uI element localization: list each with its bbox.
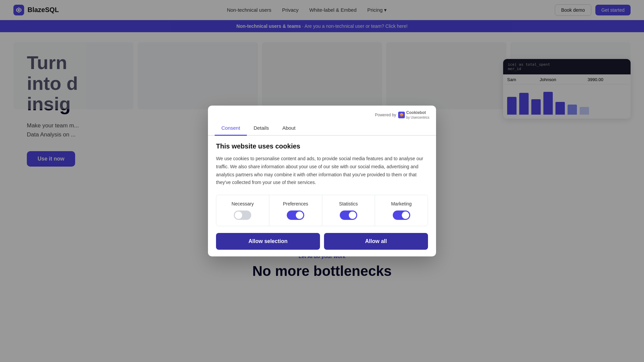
- cookiebot-name: Cookiebotby Usercentrics: [406, 110, 429, 120]
- toggle-marketing: Marketing: [375, 195, 428, 226]
- cookie-description: We use cookies to personalise content an…: [216, 155, 428, 187]
- toggle-preferences-slider: [287, 210, 304, 220]
- toggle-statistics-switch[interactable]: [340, 210, 357, 220]
- toggle-marketing-label: Marketing: [391, 201, 412, 206]
- cookie-actions: Allow selection Allow all: [216, 233, 428, 250]
- toggle-statistics-label: Statistics: [339, 201, 358, 206]
- allow-all-button[interactable]: Allow all: [324, 233, 428, 250]
- toggle-preferences-switch[interactable]: [287, 210, 304, 220]
- toggle-necessary-switch[interactable]: [234, 210, 251, 220]
- cookie-brand-header: Powered by 🍪 Cookiebotby Usercentrics: [208, 106, 436, 121]
- toggle-necessary-slider: [234, 210, 251, 220]
- toggle-statistics: Statistics: [322, 195, 375, 226]
- tab-details[interactable]: Details: [247, 121, 276, 136]
- toggle-necessary: Necessary: [216, 195, 269, 226]
- toggle-marketing-slider: [393, 210, 410, 220]
- cookiebot-logo[interactable]: 🍪 Cookiebotby Usercentrics: [398, 110, 429, 120]
- cookie-modal: Powered by 🍪 Cookiebotby Usercentrics Co…: [208, 106, 436, 256]
- toggle-necessary-label: Necessary: [231, 201, 254, 206]
- tab-consent[interactable]: Consent: [215, 121, 247, 136]
- allow-selection-button[interactable]: Allow selection: [216, 233, 320, 250]
- toggle-preferences-label: Preferences: [283, 201, 308, 206]
- toggle-marketing-switch[interactable]: [393, 210, 410, 220]
- cookie-toggles: Necessary Preferences Statistics: [216, 195, 428, 226]
- toggle-preferences: Preferences: [269, 195, 322, 226]
- cookie-tabs: Consent Details About: [208, 121, 436, 136]
- cookie-title: This website uses cookies: [216, 142, 428, 150]
- cookie-overlay: Powered by 🍪 Cookiebotby Usercentrics Co…: [0, 0, 644, 286]
- toggle-statistics-slider: [340, 210, 357, 220]
- tab-about[interactable]: About: [276, 121, 302, 136]
- cookiebot-icon: 🍪: [398, 112, 405, 118]
- powered-by-text: Powered by: [375, 113, 396, 117]
- cookie-body: This website uses cookies We use cookies…: [208, 136, 436, 256]
